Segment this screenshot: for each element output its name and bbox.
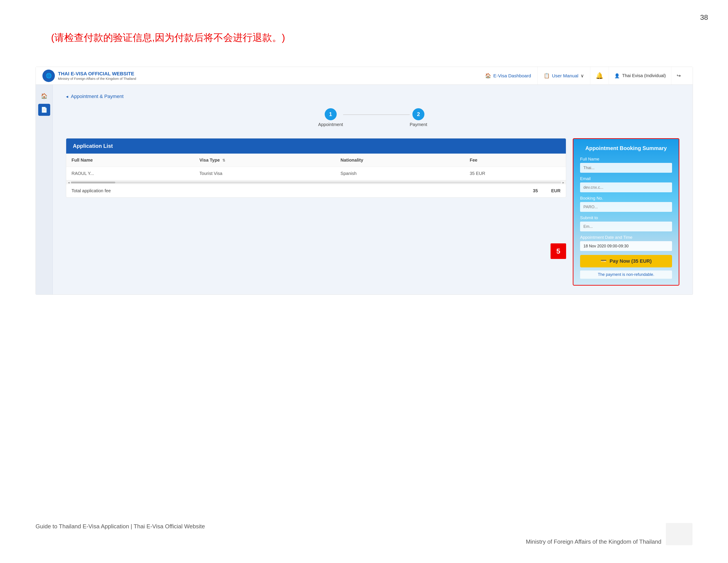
total-row: Total application fee 35 EUR [66, 184, 566, 197]
warning-text: (请检查付款的验证信息,因为付款后将不会进行退款。) [51, 31, 285, 44]
credit-card-icon: 💳 [601, 258, 607, 264]
step-1-circle: 1 [325, 108, 337, 120]
appointment-date-label: Appointment Date and Time [580, 235, 672, 240]
non-refundable-text: The payment is non-refundable. [580, 270, 672, 279]
table-row: RAOUL Y... Tourist Visa Spanish 35 EUR [66, 167, 566, 180]
sort-icon: ⇅ [222, 158, 225, 162]
breadcrumb-label: Appointment & Payment [71, 94, 123, 99]
manual-icon: 📋 [544, 73, 550, 79]
logo-title: THAI E-VISA OFFICIAL WEBSITE [58, 71, 136, 77]
user-icon: 👤 [614, 73, 620, 78]
logo-area: 🌐 THAI E-VISA OFFICIAL WEBSITE Ministry … [42, 70, 158, 82]
footer: Guide to Thailand E-Visa Application | T… [36, 523, 692, 545]
col-full-name: Full Name [66, 153, 194, 167]
col-fee: Fee [464, 153, 566, 167]
submit-to-label: Submit to [580, 215, 672, 220]
scrollbar-thumb[interactable] [71, 181, 115, 183]
nav-bell[interactable]: 🔔 [590, 67, 609, 84]
nav-user[interactable]: 👤 Thai Evisa (Individual) [609, 67, 671, 84]
logout-icon: ↪ [677, 73, 681, 79]
scroll-left-arrow[interactable]: ◂ [68, 181, 70, 184]
application-list: Application List Full Name Visa Type ⇅ N… [66, 138, 566, 197]
nav-manual[interactable]: 📋 User Manual ∨ [537, 67, 590, 84]
content-area: 🏠 📄 ◂ Appointment & Payment 1 Appointmen… [36, 85, 693, 295]
footer-right: Ministry of Foreign Affairs of the Kingd… [526, 538, 661, 545]
logo-icon: 🌐 [42, 70, 55, 82]
bell-icon: 🔔 [596, 72, 603, 79]
two-col-layout: Application List Full Name Visa Type ⇅ N… [66, 138, 679, 286]
user-label: Thai Evisa (Individual) [622, 73, 666, 78]
nav-links: 🏠 E-Visa Dashboard 📋 User Manual ∨ 🔔 👤 T… [479, 67, 686, 84]
manual-dropdown-icon: ∨ [581, 73, 584, 78]
footer-right-area: Ministry of Foreign Affairs of the Kingd… [526, 523, 692, 545]
step-2-label: Payment [410, 122, 427, 127]
total-currency: EUR [551, 188, 561, 193]
sidebar: 🏠 📄 [36, 85, 53, 295]
booking-no-input[interactable] [580, 202, 672, 212]
sidebar-item-home[interactable]: 🏠 [38, 90, 50, 102]
nav-bar: 🌐 THAI E-VISA OFFICIAL WEBSITE Ministry … [36, 67, 693, 85]
home-icon: 🏠 [485, 73, 491, 79]
document-frame: 🌐 THAI E-VISA OFFICIAL WEBSITE Ministry … [36, 67, 693, 295]
scrollbar-track[interactable] [71, 181, 561, 183]
app-list-table: Full Name Visa Type ⇅ Nationality Fee [66, 153, 566, 180]
main-content: ◂ Appointment & Payment 1 Appointment 2 … [53, 85, 693, 295]
pay-now-button[interactable]: 💳 Pay Now (35 EUR) [580, 255, 672, 267]
dashboard-label: E-Visa Dashboard [493, 73, 531, 78]
step-1-label: Appointment [318, 122, 343, 127]
breadcrumb[interactable]: ◂ Appointment & Payment [66, 94, 679, 99]
app-list-header: Application List [66, 138, 566, 153]
nav-logout[interactable]: ↪ [671, 67, 686, 84]
step-2-circle: 2 [412, 108, 424, 120]
stepper: 1 Appointment 2 Payment [66, 108, 679, 127]
horizontal-scrollbar[interactable]: ◂ ▸ [66, 180, 566, 184]
back-arrow-icon: ◂ [66, 94, 68, 99]
total-fee: 35 [533, 188, 538, 193]
full-name-input[interactable] [580, 163, 672, 173]
scroll-right-arrow[interactable]: ▸ [563, 181, 564, 184]
pay-button-label: Pay Now (35 EUR) [610, 258, 652, 264]
logo-subtitle: Ministry of Foreign Affairs of the Kingd… [58, 77, 136, 80]
footer-logo [666, 523, 692, 545]
footer-left: Guide to Thailand E-Visa Application | T… [36, 523, 205, 545]
cell-visa-type: Tourist Visa [194, 167, 335, 180]
booking-summary: Appointment Booking Summary Full Name Em… [573, 138, 679, 286]
full-name-label: Full Name [580, 157, 672, 161]
submit-to-input[interactable] [580, 221, 672, 231]
nav-dashboard[interactable]: 🏠 E-Visa Dashboard [479, 67, 537, 84]
manual-label: User Manual [552, 73, 578, 78]
page-number: 38 [700, 13, 708, 22]
cell-full-name: RAOUL Y... [66, 167, 194, 180]
step-payment: 2 Payment [410, 108, 427, 127]
logo-text: THAI E-VISA OFFICIAL WEBSITE Ministry of… [58, 71, 136, 80]
sidebar-item-docs[interactable]: 📄 [38, 104, 50, 116]
booking-summary-title: Appointment Booking Summary [580, 145, 672, 151]
email-label: Email [580, 176, 672, 181]
appointment-date-value: 18 Nov 2020 09:00-09:30 [580, 241, 672, 251]
step-badge-5: 5 [551, 243, 566, 259]
table-header-row: Full Name Visa Type ⇅ Nationality Fee [66, 153, 566, 167]
total-label: Total application fee [72, 188, 533, 193]
email-input[interactable] [580, 182, 672, 192]
col-visa-type: Visa Type ⇅ [194, 153, 335, 167]
step-line [343, 114, 410, 115]
cell-nationality: Spanish [335, 167, 464, 180]
col-nationality: Nationality [335, 153, 464, 167]
booking-no-label: Booking No. [580, 196, 672, 201]
step-appointment: 1 Appointment [318, 108, 343, 127]
cell-fee: 35 EUR [464, 167, 566, 180]
